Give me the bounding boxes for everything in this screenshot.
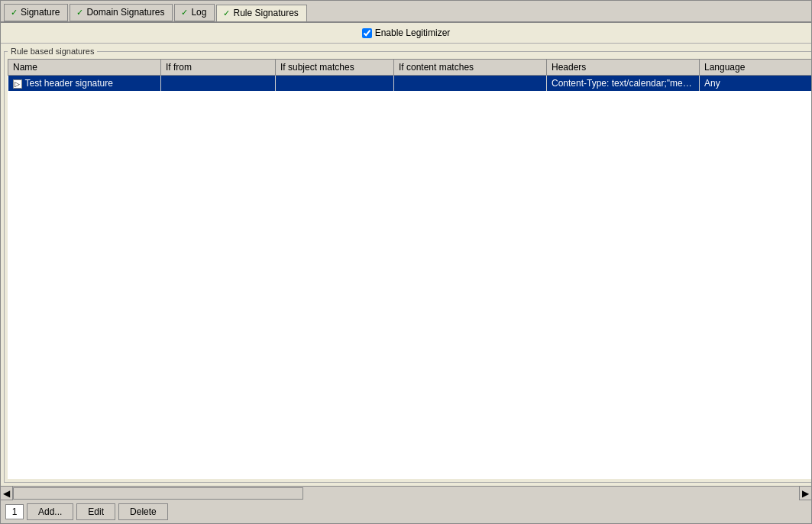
tab-rule-signatures[interactable]: ✓ Rule Signatures — [216, 5, 306, 21]
scroll-thumb[interactable] — [13, 487, 303, 500]
col-header-ifsubject: If subject matches — [276, 60, 394, 76]
tab-domain-signatures[interactable]: ✓ Domain Signatures — [70, 4, 173, 21]
col-header-ifcontent: If content matches — [394, 60, 547, 76]
horizontal-scrollbar[interactable]: ◀ ▶ — [1, 486, 811, 500]
cell-iffrom — [161, 76, 276, 92]
tab-signature[interactable]: ✓ Signature — [4, 4, 68, 21]
add-button[interactable]: Add... — [27, 503, 73, 520]
check-icon-domain: ✓ — [76, 8, 83, 18]
main-content: Rule based signatures Name If from If su… — [1, 44, 811, 486]
cell-ifcontent — [394, 76, 547, 92]
check-icon-signature: ✓ — [11, 8, 18, 18]
col-header-name: Name — [8, 60, 161, 76]
expand-icon[interactable]: ▷ — [13, 79, 22, 89]
check-icon-log: ✓ — [181, 8, 188, 18]
section-label: Rule based signatures — [8, 47, 97, 56]
main-window: ✓ Signature ✓ Domain Signatures ✓ Log ✓ … — [0, 0, 812, 524]
enable-legitimizer-bar: Enable Legitimizer — [1, 23, 811, 44]
cell-name: ▷Test header signature — [8, 76, 161, 92]
tab-log[interactable]: ✓ Log — [174, 4, 215, 21]
enable-legitimizer-label: Enable Legitimizer — [362, 27, 451, 38]
scroll-track[interactable] — [13, 487, 799, 500]
scroll-right-button[interactable]: ▶ — [799, 487, 811, 500]
edit-button[interactable]: Edit — [76, 503, 115, 520]
cell-headers: Content-Type: text/calendar;"method... — [547, 76, 700, 92]
tab-bar: ✓ Signature ✓ Domain Signatures ✓ Log ✓ … — [1, 1, 811, 23]
col-header-language: Language — [700, 60, 812, 76]
cell-language: Any — [700, 76, 812, 92]
bottom-bar: Add... Edit Delete — [1, 500, 811, 523]
delete-button[interactable]: Delete — [118, 503, 168, 520]
check-icon-rule: ✓ — [223, 8, 230, 18]
scroll-left-button[interactable]: ◀ — [1, 487, 13, 500]
enable-legitimizer-checkbox[interactable] — [362, 28, 372, 38]
rules-table: Name If from If subject matches If conte… — [8, 59, 811, 91]
col-header-iffrom: If from — [161, 60, 276, 76]
page-number-input[interactable] — [5, 504, 24, 519]
cell-ifsubject — [276, 76, 394, 92]
col-header-headers: Headers — [547, 60, 700, 76]
table-container: Name If from If subject matches If conte… — [8, 59, 811, 479]
table-row[interactable]: ▷Test header signature Content-Type: tex… — [8, 76, 812, 92]
